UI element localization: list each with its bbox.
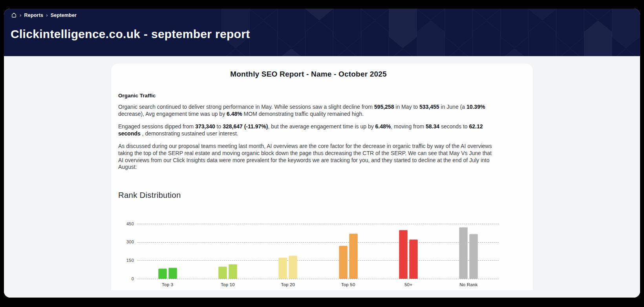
bar-series2-top-20 bbox=[289, 256, 297, 279]
bar-group-top-20 bbox=[258, 215, 318, 279]
breadcrumb-separator: › bbox=[20, 13, 22, 18]
breadcrumb-item-september[interactable]: September bbox=[51, 13, 77, 18]
paragraph-text: , but the average engagement time is up … bbox=[268, 123, 375, 130]
paragraph-text: Engaged sessions dipped from bbox=[118, 123, 195, 130]
metric-value: 6.48% bbox=[375, 123, 391, 130]
screenshot-frame: › Reports › September Clickintelligence.… bbox=[0, 0, 644, 307]
y-axis-tick-label: 450 bbox=[118, 221, 134, 226]
metric-value: 6.48% bbox=[227, 111, 242, 117]
metric-value: 10.39% bbox=[467, 104, 485, 110]
breadcrumb: › Reports › September bbox=[11, 12, 77, 18]
metric-value: 533,455 bbox=[419, 104, 439, 110]
bar-group-top-10 bbox=[198, 215, 258, 279]
x-axis-label: Top 10 bbox=[198, 282, 258, 287]
bar-series2-top-3 bbox=[168, 268, 177, 279]
bar-series1-top-10 bbox=[218, 267, 227, 279]
rank-distribution-heading: Rank Distribution bbox=[118, 190, 499, 200]
paragraph-text: to bbox=[215, 123, 223, 130]
report-title: Monthly SEO Report - Name - October 2025 bbox=[118, 70, 499, 79]
bar-series1-50- bbox=[399, 230, 408, 279]
bar-group-50- bbox=[378, 215, 438, 279]
x-axis-label: Top 3 bbox=[137, 282, 198, 287]
paragraph-text: in May to bbox=[394, 104, 419, 110]
bar-series1-no-rank bbox=[459, 227, 468, 279]
bar-series2-no-rank bbox=[469, 234, 478, 279]
metric-value: 373,340 bbox=[195, 123, 215, 130]
x-axis-label: No Rank bbox=[439, 282, 499, 287]
report-paragraphs: Organic search continued to deliver stro… bbox=[118, 104, 499, 171]
x-axis-label: Top 20 bbox=[258, 282, 318, 287]
paragraph: As discussed during our proposal teams m… bbox=[118, 143, 496, 170]
bar-series2-top-10 bbox=[229, 264, 237, 279]
paragraph: Engaged sessions dipped from 373,340 to … bbox=[118, 123, 496, 137]
app-window: › Reports › September Clickintelligence.… bbox=[4, 9, 640, 298]
home-icon[interactable] bbox=[11, 12, 17, 18]
report-header: › Reports › September Clickintelligence.… bbox=[4, 9, 640, 56]
metric-value: 595,258 bbox=[374, 104, 394, 110]
bar-group-top-50 bbox=[318, 215, 378, 279]
paragraph-text: As discussed during our proposal teams m… bbox=[118, 143, 492, 170]
paragraph-text: MOM demonstrating traffic quality remain… bbox=[242, 111, 364, 117]
report-card: Monthly SEO Report - Name - October 2025… bbox=[111, 64, 533, 290]
metric-value: 328,647 bbox=[223, 123, 243, 130]
bar-series1-top-20 bbox=[278, 258, 287, 279]
bar-group-top-3 bbox=[137, 215, 198, 279]
paragraph-text: seconds to bbox=[439, 123, 469, 130]
bar-series2-50- bbox=[409, 239, 418, 279]
organic-traffic-heading: Organic Traffic bbox=[118, 93, 499, 99]
breadcrumb-item-reports[interactable]: Reports bbox=[24, 13, 44, 18]
y-axis-tick-label: 150 bbox=[118, 258, 134, 263]
paragraph-text: , demonstrating sustained user interest. bbox=[141, 130, 238, 137]
paragraph-text: , moving from bbox=[391, 123, 426, 130]
report-content: Monthly SEO Report - Name - October 2025… bbox=[111, 64, 499, 200]
x-axis-label: 50+ bbox=[378, 282, 438, 287]
y-axis-tick-label: 300 bbox=[118, 239, 134, 244]
breadcrumb-separator: › bbox=[46, 13, 48, 18]
paragraph-text: decrease), Avg engagement time was up by bbox=[118, 111, 227, 117]
paragraph-text: Organic search continued to deliver stro… bbox=[118, 104, 374, 110]
page-body: Monthly SEO Report - Name - October 2025… bbox=[4, 56, 640, 298]
paragraph: Organic search continued to deliver stro… bbox=[118, 104, 496, 117]
metric-value: 58.34 bbox=[426, 123, 439, 130]
metric-value: (-11.97%) bbox=[244, 123, 268, 130]
y-axis-tick-label: 0 bbox=[118, 276, 134, 281]
page-title: Clickintelligence.co.uk - september repo… bbox=[11, 27, 250, 41]
x-axis-label: Top 50 bbox=[318, 282, 378, 287]
rank-distribution-chart: 4503001500Top 3Top 10Top 20Top 5050+No R… bbox=[118, 215, 499, 295]
paragraph-text: in June (a bbox=[439, 104, 467, 110]
bar-series1-top-50 bbox=[339, 246, 348, 279]
gridline bbox=[137, 279, 499, 279]
bar-group-no-rank bbox=[439, 215, 499, 279]
bar-series2-top-50 bbox=[349, 234, 358, 279]
bar-series1-top-3 bbox=[158, 269, 167, 279]
